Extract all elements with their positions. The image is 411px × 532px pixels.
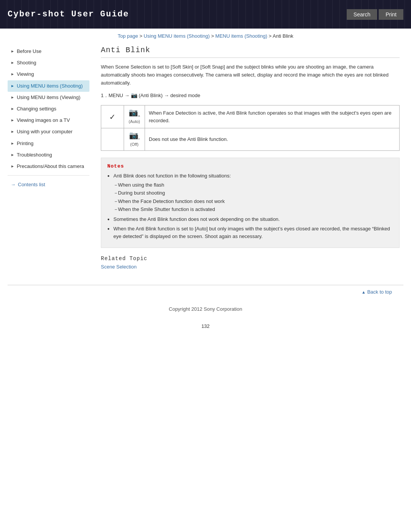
sidebar-label: Precautions/About this camera [17, 163, 86, 170]
sidebar-label: Using MENU items (Shooting) [17, 83, 86, 89]
auto-icon-cell: 📷n (Auto) [124, 105, 145, 128]
breadcrumb-sep3: > [269, 33, 273, 39]
anti-blink-icon: 📷 [131, 92, 137, 98]
main-layout: ► Before Use ► Shooting ► Viewing ► Usin… [0, 42, 411, 285]
arrow-icon: ► [11, 129, 14, 134]
scene-selection-link[interactable]: Scene Selection [101, 264, 137, 270]
page-number: 132 [0, 320, 411, 333]
sidebar-label: Using with your computer [17, 128, 86, 135]
menu-instruction: 1．MENU → 📷 (Anti Blink) → desired mode [101, 92, 400, 99]
footer: Copyright 2012 Sony Corporation [0, 299, 411, 320]
print-button[interactable]: Print [379, 9, 403, 20]
sidebar: ► Before Use ► Shooting ► Viewing ► Usin… [8, 46, 89, 281]
checkmark-icon: ✓ [109, 113, 116, 121]
breadcrumb-sep2: > [211, 33, 215, 39]
arrow-icon: ► [11, 95, 14, 100]
sidebar-label: Printing [17, 140, 86, 147]
note-text: Anti Blink does not function in the foll… [113, 173, 231, 179]
sidebar-label: Changing settings [17, 105, 86, 112]
arrow-icon: ► [11, 49, 14, 54]
header-buttons: Search Print [347, 9, 403, 20]
desired-mode: desired mode [170, 93, 201, 98]
arrow-icon: ► [11, 72, 14, 77]
header: Cyber-shot User Guide Search Print [0, 0, 411, 29]
arrow-icon: ► [11, 141, 14, 146]
arrow-right-icon: → [11, 182, 16, 187]
contents-list-label: Contents list [18, 182, 45, 187]
arrow-icon2: → [164, 93, 170, 98]
breadcrumb-menu-items-shooting[interactable]: MENU items (Shooting) [215, 33, 268, 39]
breadcrumb-top-page[interactable]: Top page [118, 33, 138, 39]
list-item: When the Smile Shutter function is activ… [113, 206, 393, 213]
notes-sublist: When using the flash During burst shooti… [113, 181, 393, 213]
back-to-top-row: ▲ Back to top [8, 285, 403, 299]
menu-step: 1．MENU [101, 93, 123, 98]
search-button[interactable]: Search [347, 9, 377, 20]
related-title: Related Topic [101, 256, 400, 262]
arrow-icon: ► [11, 152, 14, 158]
sidebar-label: Using MENU items (Viewing) [17, 94, 86, 101]
list-item: Sometimes the Anti Blink function does n… [107, 216, 393, 223]
sidebar-item-using-menu-shooting[interactable]: ► Using MENU items (Shooting) [8, 80, 89, 92]
off-icon-cell: 📷r (Off) [124, 128, 145, 151]
sidebar-item-changing-settings[interactable]: ► Changing settings [8, 103, 89, 115]
auto-label: (Auto) [129, 118, 140, 125]
sidebar-label: Shooting [17, 59, 86, 66]
breadcrumb-sep1: > [139, 33, 143, 39]
off-description: Does not use the Anti Blink function. [145, 128, 400, 151]
notes-title: Notes [107, 163, 393, 169]
camera-symbol-off: 📷r [129, 131, 140, 141]
list-item: When using the flash [113, 181, 393, 189]
checkmark-cell: ✓ [101, 105, 124, 128]
back-to-top-label: Back to top [367, 289, 392, 295]
copyright: Copyright 2012 Sony Corporation [169, 306, 242, 312]
sidebar-item-troubleshooting[interactable]: ► Troubleshooting [8, 149, 89, 161]
sidebar-item-viewing[interactable]: ► Viewing [8, 69, 89, 80]
page-num-value: 132 [201, 323, 210, 329]
sidebar-label: Viewing [17, 71, 86, 78]
sidebar-item-printing[interactable]: ► Printing [8, 138, 89, 149]
sidebar-label: Troubleshooting [17, 152, 86, 158]
arrow-icon: ► [11, 83, 14, 89]
auto-icon-group: 📷n (Auto) [128, 109, 141, 125]
empty-cell [101, 128, 124, 151]
arrow-icon: → [124, 93, 131, 98]
off-label: (Off) [130, 141, 139, 148]
sidebar-item-using-computer[interactable]: ► Using with your computer [8, 126, 89, 137]
notes-list: Anti Blink does not function in the foll… [107, 172, 393, 240]
app-title: Cyber-shot User Guide [8, 10, 129, 19]
table-row: 📷r (Off) Does not use the Anti Blink fun… [101, 128, 400, 151]
table-row: ✓ 📷n (Auto) When Face Detection is activ… [101, 105, 400, 128]
breadcrumb-using-menu-shooting[interactable]: Using MENU items (Shooting) [144, 33, 210, 39]
related-topic: Related Topic Scene Selection [101, 256, 400, 270]
back-to-top-link[interactable]: ▲ Back to top [362, 289, 392, 295]
breadcrumb-current: Anti Blink [273, 33, 293, 39]
sidebar-item-using-menu-viewing[interactable]: ► Using MENU items (Viewing) [8, 92, 89, 103]
sidebar-item-precautions[interactable]: ► Precautions/About this camera [8, 161, 89, 172]
arrow-icon: ► [11, 164, 14, 169]
function-table: ✓ 📷n (Auto) When Face Detection is activ… [101, 105, 400, 151]
sidebar-label: Viewing images on a TV [17, 117, 86, 124]
breadcrumb: Top page > Using MENU items (Shooting) >… [0, 29, 411, 42]
main-content: Anti Blink When Scene Selection is set t… [97, 46, 403, 281]
off-icon-group: 📷r (Off) [128, 131, 141, 148]
arrow-icon: ► [11, 60, 14, 66]
sidebar-divider [8, 175, 89, 176]
camera-symbol-auto: 📷n [129, 109, 140, 118]
contents-list-link[interactable]: → Contents list [8, 179, 89, 190]
sidebar-item-before-use[interactable]: ► Before Use [8, 46, 89, 57]
list-item: When the Anti Blink function is set to [… [107, 225, 393, 240]
sidebar-label: Before Use [17, 48, 86, 55]
list-item: During burst shooting [113, 189, 393, 197]
triangle-up-icon: ▲ [362, 290, 366, 294]
page-title: Anti Blink [101, 46, 400, 58]
notes-box: Notes Anti Blink does not function in th… [101, 158, 400, 248]
arrow-icon: ► [11, 106, 14, 112]
sidebar-item-viewing-tv[interactable]: ► Viewing images on a TV [8, 115, 89, 126]
sidebar-item-shooting[interactable]: ► Shooting [8, 57, 89, 69]
list-item: Anti Blink does not function in the foll… [107, 172, 393, 213]
arrow-icon: ► [11, 118, 14, 123]
auto-description: When Face Detection is active, the Anti … [145, 105, 400, 128]
menu-symbol: (Anti Blink) [139, 93, 162, 98]
list-item: When the Face Detection function does no… [113, 198, 393, 205]
